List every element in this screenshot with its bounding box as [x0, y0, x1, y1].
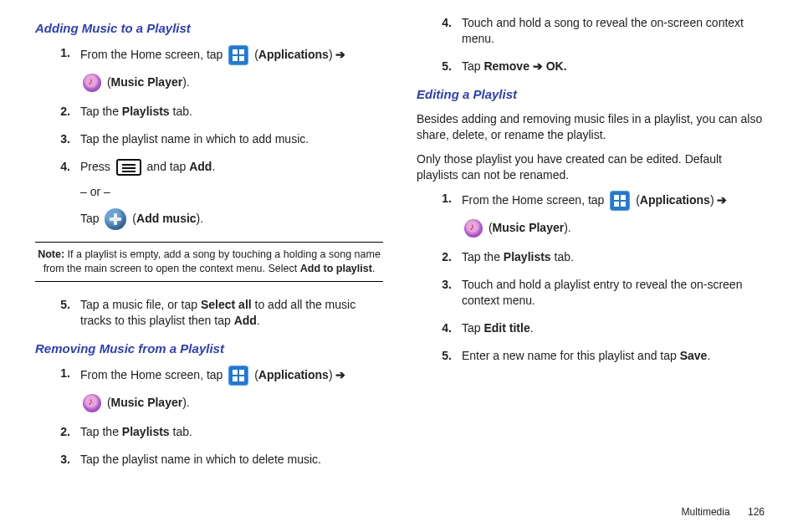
label-playlists: Playlists: [122, 105, 170, 118]
step-text: Tap: [462, 321, 483, 335]
list-removing-music-cont: 4. Touch and hold a song to reveal the o…: [417, 15, 765, 74]
step-text: Tap the: [80, 425, 122, 438]
list-item: 2. Tap the Playlists tab.: [457, 249, 765, 265]
step-number: 4.: [430, 320, 452, 336]
step-number: 2.: [49, 424, 70, 440]
step-text-line2: (Music Player).: [462, 219, 765, 238]
music-player-icon: [464, 219, 483, 238]
list-adding-music-cont: 5. Tap a music file, or tap Select all t…: [35, 297, 383, 329]
step-text: .: [530, 321, 534, 335]
step-text: tab.: [170, 105, 192, 118]
step-text: Tap the playlist name in which to add mu…: [80, 132, 309, 146]
step-number: 5.: [49, 297, 70, 313]
step-text: From the Home screen, tap: [80, 368, 226, 381]
step-text: Tap the: [80, 105, 122, 118]
list-item: 3. Touch and hold a playlist entry to re…: [457, 277, 765, 309]
label-select-all: Select all: [201, 298, 252, 311]
footer-section: Multimedia: [682, 506, 730, 518]
label-remove-ok: Remove ➔ OK.: [483, 59, 566, 73]
label-playlists: Playlists: [504, 250, 551, 263]
list-item: 1. From the Home screen, tap (Applicatio…: [75, 45, 383, 92]
step-number: 2.: [430, 249, 452, 265]
step-text: Tap: [462, 59, 483, 73]
step-text: .: [212, 160, 215, 173]
add-music-icon: [105, 208, 126, 230]
list-adding-music: 1. From the Home screen, tap (Applicatio…: [35, 45, 383, 230]
editing-intro-2: Only those playlist you have created can…: [417, 151, 765, 183]
applications-icon: [228, 45, 248, 65]
step-text: and tap: [147, 160, 190, 173]
page-body: Adding Music to a Playlist 1. From the H…: [0, 0, 798, 519]
note-block: Note: If a playlist is empty, add a song…: [35, 242, 383, 282]
arrow-icon: ➔: [333, 48, 346, 61]
list-editing-playlist: 1. From the Home screen, tap (Applicatio…: [417, 191, 765, 363]
note-end: .: [372, 263, 375, 274]
step-number: 3.: [430, 277, 452, 293]
step-number: 2.: [49, 104, 70, 120]
step-text: .: [257, 314, 260, 327]
step-text: Enter a new name for this playlist and t…: [462, 349, 680, 362]
label-music-player: Music Player: [493, 221, 565, 234]
step-text: From the Home screen, tap: [462, 193, 607, 207]
step-number: 5.: [430, 59, 452, 74]
list-item: 5. Tap a music file, or tap Select all t…: [75, 297, 383, 329]
list-item: 4. Touch and hold a song to reveal the o…: [457, 15, 765, 47]
note-bold: Add to playlist: [300, 263, 372, 274]
step-number: 3.: [49, 452, 70, 468]
step-number: 1.: [49, 366, 70, 381]
label-edit-title: Edit title: [483, 321, 529, 335]
step-text: Tap a music file, or tap: [80, 298, 201, 311]
list-item: 4. Press and tap Add. – or – Tap (Add mu…: [75, 159, 383, 230]
step-text: Tap the playlist name in which to delete…: [80, 453, 321, 466]
applications-icon: [610, 191, 630, 211]
list-item: 4. Tap Edit title.: [457, 320, 765, 336]
step-number: 3.: [49, 131, 70, 147]
list-item: 5. Enter a new name for this playlist an…: [457, 348, 765, 364]
list-item: 3. Tap the playlist name in which to add…: [75, 131, 383, 147]
heading-editing-playlist: Editing a Playlist: [417, 86, 765, 103]
step-text: Touch and hold a playlist entry to revea…: [462, 278, 742, 307]
list-item: 2. Tap the Playlists tab.: [75, 104, 383, 120]
step-number: 5.: [430, 348, 452, 364]
page-number: 126: [748, 506, 765, 518]
music-player-icon: [83, 74, 101, 92]
note-label: Note:: [38, 248, 64, 260]
list-item: 1. From the Home screen, tap (Applicatio…: [75, 366, 383, 412]
heading-removing-music: Removing Music from a Playlist: [35, 340, 383, 357]
right-column: 4. Touch and hold a song to reveal the o…: [417, 15, 765, 479]
label-music-player: Music Player: [111, 75, 183, 89]
step-text: Touch and hold a song to reveal the on-s…: [462, 16, 744, 45]
label-applications: Applications: [258, 48, 329, 61]
step-text: tab.: [551, 250, 574, 263]
step-text: Tap the: [462, 250, 504, 263]
applications-icon: [228, 366, 248, 386]
or-line: – or –: [80, 184, 383, 200]
left-column: Adding Music to a Playlist 1. From the H…: [35, 15, 383, 479]
step-number: 1.: [430, 191, 452, 207]
step-number: 1.: [49, 45, 70, 61]
step-text: From the Home screen, tap: [80, 48, 226, 61]
music-player-icon: [83, 394, 101, 412]
label-add: Add: [189, 160, 212, 173]
arrow-icon: ➔: [714, 193, 728, 207]
label-applications: Applications: [640, 193, 710, 207]
label-applications: Applications: [258, 368, 329, 381]
editing-intro-1: Besides adding and removing music files …: [417, 111, 765, 143]
step-text: Tap: [80, 212, 102, 225]
step-text-line2: Tap (Add music).: [80, 208, 383, 230]
step-number: 4.: [49, 159, 70, 175]
step-text: .: [707, 349, 710, 362]
heading-adding-music: Adding Music to a Playlist: [35, 20, 383, 37]
step-text: Press: [80, 160, 114, 173]
list-item: 2. Tap the Playlists tab.: [75, 424, 383, 440]
step-text-line2: (Music Player).: [80, 394, 383, 412]
label-save: Save: [680, 349, 708, 362]
label-music-player: Music Player: [111, 396, 183, 409]
label-add-music: Add music: [136, 212, 197, 225]
label-playlists: Playlists: [122, 425, 170, 438]
menu-icon: [116, 159, 141, 176]
step-number: 4.: [430, 15, 452, 31]
arrow-icon: ➔: [333, 368, 346, 381]
list-item: 3. Tap the playlist name in which to del…: [75, 452, 383, 468]
list-item: 1. From the Home screen, tap (Applicatio…: [457, 191, 765, 238]
